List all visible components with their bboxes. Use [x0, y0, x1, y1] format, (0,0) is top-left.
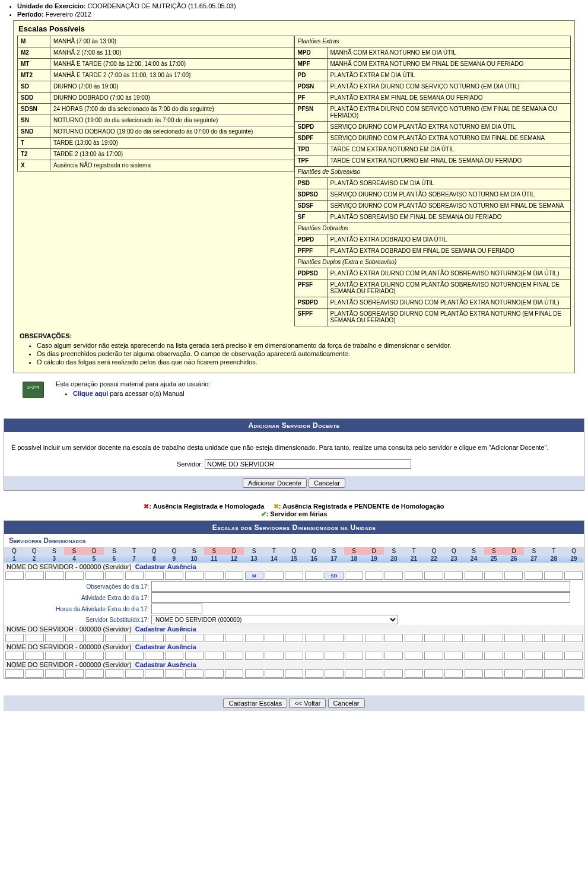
day-cell-input[interactable]: [365, 652, 383, 660]
day-cell-input[interactable]: [225, 634, 243, 642]
day-cell-input[interactable]: [384, 571, 403, 580]
day-cell-input[interactable]: [145, 669, 163, 678]
day-cell-input[interactable]: [484, 669, 503, 678]
day-cell-input[interactable]: [125, 571, 144, 580]
day-cell-input[interactable]: [245, 669, 263, 678]
day-cell-input[interactable]: [424, 634, 443, 642]
day-cell-input[interactable]: [225, 652, 243, 660]
day-cell-input[interactable]: [444, 652, 463, 660]
day-cell-input[interactable]: [285, 571, 303, 580]
day-cell-input[interactable]: [85, 652, 104, 660]
day-cell-input[interactable]: [125, 669, 144, 678]
day-cell-input[interactable]: [345, 652, 363, 660]
day-cell-input[interactable]: [105, 652, 123, 660]
day-cell-input[interactable]: [185, 652, 204, 660]
day-cell-input[interactable]: [465, 634, 483, 642]
day-cell-input[interactable]: [26, 571, 44, 580]
day-cell-input[interactable]: [424, 571, 443, 580]
day-cell-input[interactable]: [444, 669, 463, 678]
day-cell-input[interactable]: [285, 669, 303, 678]
day-cell-input[interactable]: [5, 669, 24, 678]
day-cell-input[interactable]: [405, 634, 423, 642]
day-cell-input[interactable]: [265, 634, 283, 642]
day-cell-input[interactable]: [185, 669, 204, 678]
day-cell-input[interactable]: [125, 652, 144, 660]
day-cell-input[interactable]: [5, 634, 24, 642]
day-cell-input[interactable]: [325, 571, 343, 580]
horas-ativ-input[interactable]: [151, 604, 202, 614]
day-cell-input[interactable]: [384, 652, 403, 660]
day-cell-input[interactable]: [225, 571, 243, 580]
day-cell-input[interactable]: [185, 634, 204, 642]
day-cell-input[interactable]: [525, 669, 543, 678]
day-cell-input[interactable]: [305, 571, 323, 580]
day-cell-input[interactable]: [65, 652, 84, 660]
day-cell-input[interactable]: [405, 652, 423, 660]
day-cell-input[interactable]: [145, 652, 163, 660]
day-cell-input[interactable]: [45, 571, 63, 580]
day-cell-input[interactable]: [265, 571, 283, 580]
day-cell-input[interactable]: [544, 669, 562, 678]
day-cell-input[interactable]: [484, 652, 503, 660]
day-cell-input[interactable]: [65, 634, 84, 642]
day-cell-input[interactable]: [345, 571, 363, 580]
day-cell-input[interactable]: [325, 634, 343, 642]
day-cell-input[interactable]: [285, 634, 303, 642]
day-cell-input[interactable]: [265, 652, 283, 660]
day-cell-input[interactable]: [285, 652, 303, 660]
day-cell-input[interactable]: [5, 652, 24, 660]
day-cell-input[interactable]: [205, 652, 223, 660]
day-cell-input[interactable]: [384, 669, 403, 678]
cad-ausencia-link[interactable]: Cadastrar Ausência: [135, 625, 196, 633]
day-cell-input[interactable]: [525, 571, 543, 580]
day-cell-input[interactable]: [484, 634, 503, 642]
day-cell-input[interactable]: [26, 634, 44, 642]
day-cell-input[interactable]: [65, 571, 84, 580]
day-cell-input[interactable]: [544, 571, 562, 580]
cancelar-footer-button[interactable]: Cancelar: [328, 698, 365, 708]
day-cell-input[interactable]: [564, 634, 583, 642]
day-cell-input[interactable]: [185, 571, 204, 580]
day-cell-input[interactable]: [564, 571, 583, 580]
day-cell-input[interactable]: [165, 571, 183, 580]
day-cell-input[interactable]: [305, 634, 323, 642]
voltar-button[interactable]: << Voltar: [289, 698, 326, 708]
day-cell-input[interactable]: [325, 669, 343, 678]
day-cell-input[interactable]: [384, 634, 403, 642]
day-cell-input[interactable]: [405, 669, 423, 678]
day-cell-input[interactable]: [424, 652, 443, 660]
servidor-input[interactable]: [205, 459, 411, 469]
day-cell-input[interactable]: [564, 652, 583, 660]
day-cell-input[interactable]: [165, 669, 183, 678]
adicionar-docente-button[interactable]: Adicionar Docente: [243, 478, 307, 488]
day-cell-input[interactable]: [504, 669, 523, 678]
cadastrar-escalas-button[interactable]: Cadastrar Escalas: [223, 698, 287, 708]
day-cell-input[interactable]: [504, 652, 523, 660]
day-cell-input[interactable]: [165, 634, 183, 642]
cad-ausencia-link[interactable]: Cadastrar Ausência: [135, 563, 196, 570]
day-cell-input[interactable]: [205, 571, 223, 580]
ativ-extra-input[interactable]: [151, 592, 570, 603]
day-cell-input[interactable]: [405, 571, 423, 580]
day-cell-input[interactable]: [105, 634, 123, 642]
day-cell-input[interactable]: [105, 571, 123, 580]
day-cell-input[interactable]: [444, 571, 463, 580]
day-cell-input[interactable]: [245, 571, 263, 580]
day-cell-input[interactable]: [65, 669, 84, 678]
day-cell-input[interactable]: [245, 634, 263, 642]
day-cell-input[interactable]: [85, 669, 104, 678]
day-cell-input[interactable]: [125, 634, 144, 642]
day-cell-input[interactable]: [105, 669, 123, 678]
day-cell-input[interactable]: [26, 652, 44, 660]
day-cell-input[interactable]: [85, 634, 104, 642]
help-link[interactable]: Clique aqui: [73, 390, 108, 397]
day-cell-input[interactable]: [345, 669, 363, 678]
day-cell-input[interactable]: [165, 652, 183, 660]
day-cell-input[interactable]: [45, 669, 63, 678]
cad-ausencia-link[interactable]: Cadastrar Ausência: [135, 643, 196, 650]
obs-dia-input[interactable]: [151, 581, 570, 592]
day-cell-input[interactable]: [245, 652, 263, 660]
day-cell-input[interactable]: [465, 652, 483, 660]
day-cell-input[interactable]: [504, 634, 523, 642]
day-cell-input[interactable]: [465, 571, 483, 580]
